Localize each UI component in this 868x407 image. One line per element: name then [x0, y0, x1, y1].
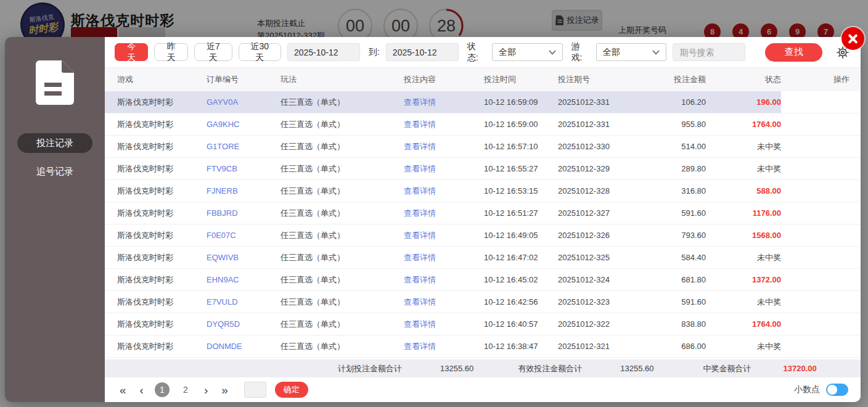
cell-time: 10-12 16:51:27	[484, 208, 558, 218]
cell-status: 588.00	[706, 186, 781, 195]
cell-view-details-link[interactable]: 查看详情	[404, 141, 484, 152]
cell-time: 10-12 16:59:00	[484, 120, 558, 129]
confirm-page-button[interactable]: 确定	[275, 382, 308, 398]
table-row: 斯洛伐克时时彩 DONMDE 任三直选（单式） 查看详情 10-12 16:38…	[105, 335, 861, 358]
cell-time: 10-12 16:49:05	[484, 231, 558, 240]
cell-view-details-link[interactable]: 查看详情	[404, 252, 484, 263]
cell-period: 20251012-330	[558, 142, 644, 151]
cell-order-id-link[interactable]: EQWIVB	[207, 253, 280, 262]
date-from-input[interactable]	[287, 43, 360, 61]
cell-view-details-link[interactable]: 查看详情	[404, 163, 484, 175]
table-row: 斯洛伐克时时彩 DYQR5D 任三直选（单式） 查看详情 10-12 16:40…	[105, 313, 861, 335]
table-row: 斯洛伐克时时彩 F0E07C 任三直选（单式） 查看详情 10-12 16:49…	[105, 224, 861, 247]
cell-order-id-link[interactable]: GAYV0A	[207, 97, 280, 107]
sidebar-item-chase-records[interactable]: 追号记录	[17, 162, 92, 181]
cell-period: 20251012-329	[558, 164, 644, 173]
table-row: 斯洛伐克时时彩 EHN9AC 任三直选（单式） 查看详情 10-12 16:45…	[105, 269, 861, 291]
cell-amount: 106.20	[644, 97, 706, 107]
game-select[interactable]: 全部	[596, 43, 667, 61]
quick-filter-7days[interactable]: 近7天	[194, 43, 232, 61]
table-header-row: 游戏 订单编号 玩法 投注内容 投注时间 投注期号 投注金额 状态 操作	[105, 68, 861, 91]
cell-play: 任三直选（单式）	[280, 208, 404, 219]
cell-status: 未中奖	[706, 163, 781, 175]
status-select-value: 全部	[499, 47, 516, 58]
cell-time: 10-12 16:47:02	[484, 253, 558, 262]
page-button-1[interactable]: 1	[155, 382, 170, 397]
filter-bar: 今天 昨天 近7天 近30天 到: 状态: 全部 游戏:	[105, 37, 861, 68]
pagination-bar: « ‹ 1 2 › » 确定 小数点	[105, 377, 861, 402]
decimal-toggle[interactable]	[826, 384, 848, 396]
cell-view-details-link[interactable]: 查看详情	[404, 119, 484, 130]
cell-order-id-link[interactable]: DYQR5D	[207, 319, 280, 329]
page-button-2[interactable]: 2	[178, 382, 193, 397]
table-row: 斯洛伐克时时彩 E7VULD 任三直选（单式） 查看详情 10-12 16:42…	[105, 291, 861, 313]
cell-play: 任三直选（单式）	[280, 119, 404, 130]
cell-amount: 316.80	[644, 186, 706, 195]
cell-order-id-link[interactable]: EHN9AC	[207, 275, 280, 284]
modal-sidebar: 投注记录 追号记录	[5, 37, 105, 402]
cell-period: 20251012-323	[558, 297, 644, 306]
plan-total-value: 13255.60	[440, 364, 473, 373]
first-page-button[interactable]: «	[117, 384, 129, 396]
quick-filter-yesterday[interactable]: 昨天	[154, 43, 187, 61]
cell-status: 未中奖	[706, 252, 781, 263]
cell-order-id-link[interactable]: G1TORE	[207, 142, 280, 151]
quick-filter-today[interactable]: 今天	[115, 43, 148, 61]
cell-game: 斯洛伐克时时彩	[117, 119, 207, 130]
col-status: 状态	[706, 74, 781, 85]
cell-order-id-link[interactable]: FTV9CB	[207, 164, 280, 173]
page-jump-input[interactable]	[244, 382, 266, 398]
cell-amount: 838.80	[644, 319, 706, 329]
cell-view-details-link[interactable]: 查看详情	[404, 186, 484, 197]
search-button[interactable]: 查找	[765, 43, 822, 62]
cell-amount: 793.60	[644, 231, 706, 240]
period-search-input[interactable]	[673, 43, 745, 61]
col-action: 操作	[781, 74, 861, 85]
cell-view-details-link[interactable]: 查看详情	[404, 341, 484, 352]
cell-play: 任三直选（单式）	[280, 230, 404, 241]
cell-period: 20251012-328	[558, 186, 644, 195]
cell-view-details-link[interactable]: 查看详情	[404, 97, 484, 108]
cell-time: 10-12 16:59:09	[484, 97, 558, 107]
modal-box: 投注记录 追号记录 今天 昨天 近7天 近30天 到: 状态: 全部	[5, 37, 861, 402]
win-total-value: 13720.00	[783, 364, 816, 373]
cell-game: 斯洛伐克时时彩	[117, 186, 207, 197]
quick-filter-30days[interactable]: 近30天	[239, 43, 281, 61]
cell-view-details-link[interactable]: 查看详情	[404, 230, 484, 241]
cell-time: 10-12 16:45:02	[484, 275, 558, 284]
cell-view-details-link[interactable]: 查看详情	[404, 208, 484, 219]
cell-view-details-link[interactable]: 查看详情	[404, 319, 484, 330]
cell-period: 20251012-325	[558, 253, 644, 262]
close-icon[interactable]	[841, 27, 864, 50]
cell-order-id-link[interactable]: F0E07C	[207, 231, 280, 240]
cell-order-id-link[interactable]: FJNERB	[207, 186, 280, 195]
col-order-id: 订单编号	[207, 74, 280, 85]
table-body: 斯洛伐克时时彩 GAYV0A 任三直选（单式） 查看详情 10-12 16:59…	[105, 91, 861, 360]
date-to-input[interactable]	[386, 43, 459, 61]
cell-action	[781, 91, 861, 113]
cell-period: 20251012-322	[558, 319, 644, 329]
plan-total-label: 计划投注金额合计	[338, 363, 402, 374]
cell-status: 未中奖	[706, 341, 781, 352]
cell-amount: 686.00	[644, 342, 706, 351]
prev-page-button[interactable]: ‹	[137, 384, 146, 396]
next-page-button[interactable]: ›	[202, 384, 210, 396]
cell-view-details-link[interactable]: 查看详情	[404, 274, 484, 286]
cell-game: 斯洛伐克时时彩	[117, 163, 207, 175]
cell-play: 任三直选（单式）	[280, 319, 404, 330]
bet-records-modal: 投注记录 追号记录 今天 昨天 近7天 近30天 到: 状态: 全部	[5, 37, 861, 402]
cell-amount: 584.40	[644, 253, 706, 262]
cell-period: 20251012-331	[558, 120, 644, 129]
cell-view-details-link[interactable]: 查看详情	[404, 297, 484, 308]
cell-play: 任三直选（单式）	[280, 163, 404, 175]
status-select[interactable]: 全部	[492, 43, 563, 61]
cell-amount: 591.60	[644, 297, 706, 306]
game-filter-label: 游戏:	[571, 41, 590, 64]
cell-order-id-link[interactable]: E7VULD	[207, 297, 280, 306]
cell-order-id-link[interactable]: FBBJRD	[207, 208, 280, 218]
cell-order-id-link[interactable]: GA9KHC	[207, 120, 280, 129]
cell-amount: 591.60	[644, 208, 706, 218]
cell-order-id-link[interactable]: DONMDE	[207, 342, 280, 351]
sidebar-item-bet-records[interactable]: 投注记录	[17, 133, 92, 153]
last-page-button[interactable]: »	[219, 384, 231, 396]
